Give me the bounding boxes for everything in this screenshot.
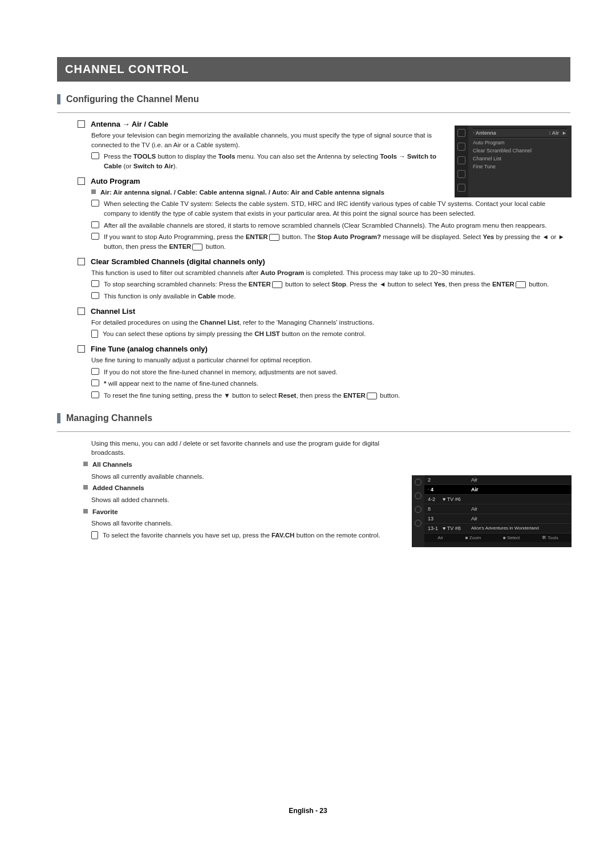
antenna-note: Press the TOOLS button to display the To… <box>104 152 439 171</box>
osd-sidebar <box>412 475 424 547</box>
remote-icon <box>91 531 98 539</box>
bullet-icon <box>83 509 88 514</box>
note-icon <box>91 233 99 240</box>
osd-channel-menu: · Antenna: Air ► Auto Program Clear Scra… <box>455 126 572 197</box>
antenna-desc: Before your television can begin memoriz… <box>91 131 439 149</box>
sub-finetune: Fine Tune (analog channels only) <box>91 345 208 353</box>
enter-icon <box>272 281 282 288</box>
favorite: Favorite <box>92 507 118 517</box>
osd-nav-icon <box>415 506 422 513</box>
enter-icon <box>367 393 377 399</box>
finetune-desc: Use fine tuning to manually adjust a par… <box>91 355 570 365</box>
note-icon <box>91 391 99 398</box>
sub-channellist: Channel List <box>91 307 135 316</box>
page-banner: CHANNEL CONTROL <box>57 57 570 82</box>
osd-nav-icon <box>457 184 465 192</box>
h1-title: Managing Channels <box>66 413 152 423</box>
osd-row: 4-2♥ TV #6 <box>424 495 572 504</box>
bullet-icon <box>91 189 96 194</box>
note-icon <box>91 200 99 207</box>
enter-icon <box>192 244 202 250</box>
osd-nav-icon <box>457 170 465 178</box>
osd-item: Fine Tune <box>473 163 567 171</box>
note-icon <box>91 221 99 228</box>
osd-item: Auto Program <box>473 139 567 147</box>
finetune-n2: * will appear next to the name of fine-t… <box>104 379 258 389</box>
managing-desc: Using this menu, you can add / delete or… <box>91 439 399 458</box>
sub-autoprogram: Auto Program <box>91 177 140 185</box>
note-icon <box>91 379 99 386</box>
osd-nav-icon <box>415 479 422 486</box>
chlist-n1: You can select these options by simply p… <box>103 329 366 339</box>
section-managing: Managing Channels <box>57 413 570 423</box>
page-footer: English - 23 <box>0 807 616 815</box>
note-icon <box>91 280 99 287</box>
checkbox-icon <box>78 177 85 185</box>
chlist-desc: For detailed procedures on using the Cha… <box>91 318 570 328</box>
checkbox-icon <box>78 308 85 315</box>
section-configuring: Configuring the Channel Menu <box>57 94 570 104</box>
osd-row: 13-1♥ TV #8Alice's Adventures in Wonderl… <box>424 524 572 533</box>
note-icon <box>91 368 99 375</box>
checkbox-icon <box>78 258 85 265</box>
finetune-n1: If you do not store the fine-tuned chann… <box>104 367 338 377</box>
osd-sidebar <box>455 126 468 197</box>
osd-nav-icon <box>457 156 465 164</box>
osd-nav-icon <box>415 520 422 527</box>
autoprog-n1: When selecting the Cable TV system: Sele… <box>104 199 570 218</box>
note-icon <box>91 292 99 299</box>
osd-nav-icon <box>457 143 465 151</box>
checkbox-icon <box>78 345 85 353</box>
autoprog-n3: If you want to stop Auto Programming, pr… <box>104 232 570 251</box>
enter-icon <box>269 234 279 241</box>
osd-row: 2Air <box>424 475 572 485</box>
favorite-note: To select the favorite channels you have… <box>103 531 380 540</box>
osd-row-selected: · 4Air <box>424 485 572 495</box>
bullet-icon <box>83 485 88 490</box>
autoprog-n2: After all the available channels are sto… <box>104 221 546 231</box>
clear-desc: This function is used to filter out scra… <box>91 268 570 278</box>
clear-n2: This function is only available in Cable… <box>104 292 236 301</box>
osd-item: Channel List <box>473 155 567 163</box>
osd-row: 13Air <box>424 514 572 524</box>
osd-channel-list: 2Air · 4Air 4-2♥ TV #6 8Air 13Air 13-1♥ … <box>412 475 572 547</box>
enter-icon <box>516 281 526 288</box>
clear-n1: To stop searching scrambled channels: Pr… <box>104 280 549 289</box>
checkbox-icon <box>78 120 85 128</box>
remote-icon <box>91 330 98 338</box>
osd-row: 8Air <box>424 504 572 514</box>
osd-antenna-row: · Antenna: Air ► <box>473 129 567 137</box>
osd-nav-icon <box>415 492 422 499</box>
added-channels: Added Channels <box>92 483 144 493</box>
osd-footer: Air■ Zoom■ Select🛠 Tools <box>424 533 572 542</box>
all-channels: All Channels <box>92 460 132 470</box>
finetune-n3: To reset the fine tuning setting, press … <box>104 391 400 401</box>
bullet-icon <box>83 462 88 466</box>
autoprog-bold: Air: Air antenna signal. / Cable: Cable … <box>100 188 384 197</box>
sub-antenna: Antenna → Air / Cable <box>91 120 168 128</box>
sub-clearscrambled: Clear Scrambled Channels (digital channe… <box>91 257 265 266</box>
h1-title: Configuring the Channel Menu <box>66 94 199 104</box>
osd-nav-icon <box>457 129 465 137</box>
osd-item-dim: Clear Scrambled Channel <box>473 147 567 155</box>
tools-icon <box>91 152 99 159</box>
